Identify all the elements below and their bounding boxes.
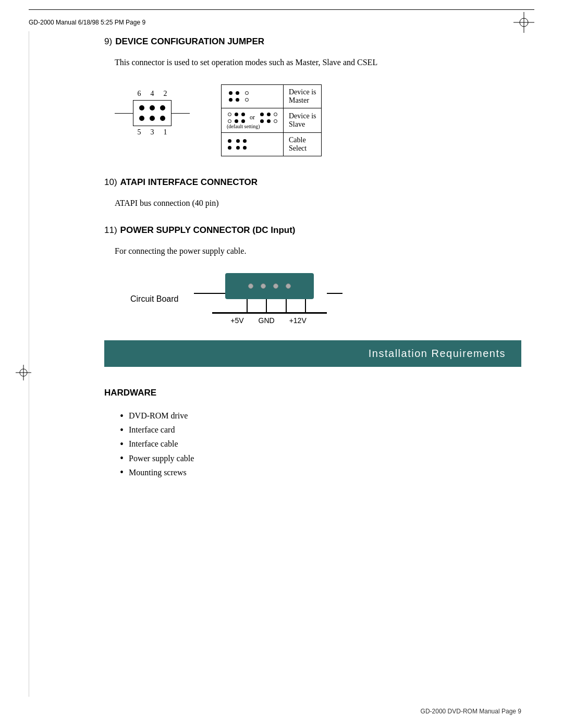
connector-body (225, 273, 314, 299)
jumper-mode-slave-diagram: or (222, 108, 284, 133)
hardware-list: •DVD-ROM drive •Interface card •Interfac… (120, 409, 521, 479)
section11-number: 11) (104, 225, 117, 236)
section9-body: This connector is used to set operation … (115, 56, 521, 69)
bullet-icon: • (120, 453, 124, 463)
bullet-icon: • (120, 467, 124, 477)
pin-dot (139, 116, 144, 121)
section11-title: POWER SUPPLY CONNECTOR (DC Input) (120, 225, 296, 236)
section10-body: ATAPI bus connection (40 pin) (115, 197, 521, 209)
section9-title: DEVICE CONFIGURATION JUMPER (115, 36, 264, 47)
pin-num-2: 2 (164, 90, 167, 98)
section9-heading: 9) DEVICE CONFIGURATION JUMPER (104, 36, 521, 52)
jumper-mode-slave-row: or (222, 108, 322, 133)
left-margin-line (29, 31, 29, 697)
hardware-item-3: Interface cable (129, 437, 178, 451)
jumper-mode-slave-label: Device isSlave (284, 108, 322, 133)
hardware-item-5: Mounting screws (129, 465, 187, 479)
section11-heading: 11) POWER SUPPLY CONNECTOR (DC Input) (104, 225, 521, 241)
jumper-pin-diagram: 6 4 2 (115, 90, 190, 137)
pin-numbers-top: 6 4 2 (138, 90, 167, 98)
bullet-icon: • (120, 439, 124, 449)
section9-number: 9) (104, 36, 112, 47)
pin-numbers-bottom: 5 3 1 (138, 128, 167, 137)
voltage-5v: +5V (230, 316, 243, 325)
connector-pin-3 (273, 283, 278, 289)
pin-dot (139, 105, 144, 110)
connector-line-row (194, 273, 342, 314)
jumper-mode-master-label: Device isMaster (284, 85, 322, 108)
section11-block: 11) POWER SUPPLY CONNECTOR (DC Input) Fo… (104, 225, 521, 325)
connector-assembly: +5V GND +12V (194, 273, 342, 325)
header-bar: GD-2000 Manual 6/18/98 5:25 PM Page 9 (29, 9, 534, 33)
section11-body: For connecting the power supply cable. (115, 245, 521, 257)
header-text: GD-2000 Manual 6/18/98 5:25 PM Page 9 (29, 19, 145, 26)
section10-number: 10) (104, 177, 117, 188)
list-item: •Interface card (120, 423, 521, 437)
jumper-mode-cable-row: CableSelect (222, 133, 322, 156)
footer-text: GD-2000 DVD-ROM Manual Page 9 (421, 708, 521, 715)
bullet-icon: • (120, 425, 124, 435)
leg-1 (247, 299, 248, 312)
main-content: 9) DEVICE CONFIGURATION JUMPER This conn… (104, 36, 521, 479)
list-item: •DVD-ROM drive (120, 409, 521, 423)
circuit-base-line (212, 312, 327, 314)
connector-legs (237, 299, 315, 312)
pin-num-5: 5 (138, 128, 141, 137)
crosshair-left-icon (16, 365, 31, 382)
hardware-item-1: DVD-ROM drive (129, 409, 188, 423)
default-label: (default setting) (227, 124, 260, 129)
section10-title: ATAPI INTERFACE CONNECTOR (120, 177, 258, 188)
connector-pin-1 (248, 283, 253, 289)
pin-num-3: 3 (151, 128, 154, 137)
pin-line-left (115, 113, 133, 114)
jumper-mode-master-diagram (222, 85, 284, 108)
list-item: •Mounting screws (120, 465, 521, 479)
installation-banner: Installation Requirements (104, 340, 521, 367)
bullet-icon: • (120, 411, 124, 421)
pin-dot (150, 116, 155, 121)
section10-heading: 10) ATAPI INTERFACE CONNECTOR (104, 177, 521, 193)
voltage-gnd: GND (259, 316, 275, 325)
pin-grid (133, 100, 172, 126)
pin-num-6: 6 (138, 90, 141, 98)
jumper-diagram-area: 6 4 2 (115, 84, 521, 156)
voltage-labels: +5V GND +12V (230, 316, 307, 325)
hardware-title: HARDWARE (104, 388, 521, 398)
jumper-mode-cable-diagram (222, 133, 284, 156)
pin-line-right (172, 113, 190, 114)
pin-num-1: 1 (164, 128, 167, 137)
hardware-item-4: Power supply cable (129, 451, 194, 465)
list-item: •Power supply cable (120, 451, 521, 465)
section9-block: 9) DEVICE CONFIGURATION JUMPER This conn… (104, 36, 521, 156)
connector-right-line (327, 293, 342, 294)
leg-2 (266, 299, 267, 312)
leg-4 (305, 299, 306, 312)
jumper-mode-master-row: Device isMaster (222, 85, 322, 108)
jumper-mode-table: Device isMaster (221, 84, 322, 156)
circuit-board-diagram: Circuit Board (130, 273, 521, 325)
jumper-mode-cable-label: CableSelect (284, 133, 322, 156)
connector-block (225, 273, 327, 314)
connector-left-line (194, 293, 225, 294)
crosshair-top-icon (513, 12, 534, 33)
pin-wrapper (115, 100, 190, 126)
circuit-board-label: Circuit Board (130, 294, 178, 304)
pin-dot (160, 105, 165, 110)
pin-dot (160, 116, 165, 121)
section10-block: 10) ATAPI INTERFACE CONNECTOR ATAPI bus … (104, 177, 521, 209)
connector-pin-4 (286, 283, 291, 289)
pin-dot (150, 105, 155, 110)
hardware-item-2: Interface card (129, 423, 175, 437)
leg-3 (286, 299, 287, 312)
or-text: or (250, 114, 255, 121)
connector-pin-2 (261, 283, 266, 289)
voltage-12v: +12V (289, 316, 307, 325)
page-container: GD-2000 Manual 6/18/98 5:25 PM Page 9 9)… (0, 0, 563, 728)
hardware-section: HARDWARE •DVD-ROM drive •Interface card … (104, 388, 521, 479)
list-item: •Interface cable (120, 437, 521, 451)
pin-num-4: 4 (151, 90, 154, 98)
